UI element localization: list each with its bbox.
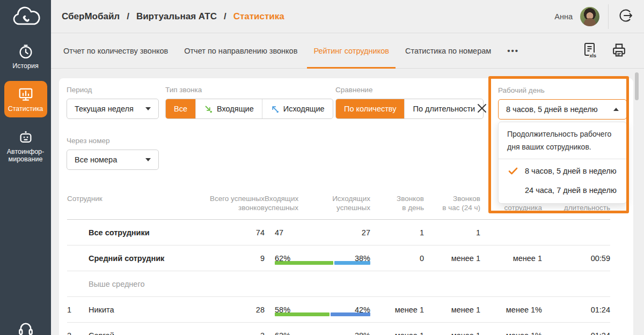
clear-filters-button[interactable]	[474, 101, 490, 117]
breadcrumb-item[interactable]: СберМобайл	[62, 11, 120, 22]
value-cell: 0	[370, 254, 424, 263]
period-label: Период	[67, 86, 159, 94]
column-header: Звонковв час (24 ч)	[424, 194, 480, 219]
support-button[interactable]	[0, 319, 51, 335]
value-cell: 01:24	[542, 306, 610, 314]
outgoing-call-arrow-icon	[270, 105, 279, 113]
segment-option[interactable]: По длительности	[404, 99, 483, 118]
period-filter: Период Текущая неделя	[67, 86, 159, 119]
xls-document-icon: xls	[583, 42, 597, 59]
table-section-row: Выше среднего	[67, 271, 610, 297]
workday-option[interactable]: 8 часов, 5 дней в неделю	[499, 161, 626, 181]
print-button[interactable]	[611, 43, 627, 59]
workday-option-label: 8 часов, 5 дней в неделю	[525, 167, 617, 175]
employees-table: СотрудникВсего успешныхзвонковВходящихус…	[67, 185, 610, 335]
rank-cell: 2	[67, 331, 89, 335]
via-number-filter: Через номер Все номера	[67, 137, 159, 170]
sidebar-item-clock[interactable]: История	[4, 38, 47, 75]
breadcrumb-separator: /	[224, 11, 226, 22]
employee-name-cell: Средний сотрудник	[89, 254, 201, 263]
sidebar: ИсторияСтатистикаАвтоинфор-мирование	[0, 0, 51, 335]
call-type-segmented: ВсеВходящиеИсходящие	[165, 99, 333, 119]
topbar: СберМобайл/Виртуальная АТС/Статистика Ан…	[51, 0, 644, 33]
sidebar-item-robot[interactable]: Автоинфор-мирование	[4, 124, 47, 168]
incoming-call-arrow-icon	[204, 105, 213, 113]
logout-icon	[618, 8, 634, 25]
table-row: Все сотрудники74472711	[67, 220, 610, 245]
sidebar-item-label: Автоинфор-мирование	[7, 148, 44, 163]
value-cell: 1	[424, 228, 480, 237]
calls-ratio-bar	[275, 261, 370, 265]
clock-icon	[18, 43, 34, 59]
table-row: Средний сотрудник962%38%0менее 1менее 10…	[67, 245, 610, 271]
outgoing-share-bar	[331, 312, 370, 316]
segment-option[interactable]: Входящие	[195, 99, 262, 118]
scrollbar-thumb[interactable]	[635, 72, 639, 100]
breadcrumb-item[interactable]: Виртуальная АТС	[136, 11, 217, 22]
chevron-down-icon	[145, 158, 151, 161]
tab-item[interactable]: Отчет по направлению звонков	[178, 33, 304, 68]
value-cell: 74	[201, 228, 265, 237]
robot-icon	[18, 129, 34, 145]
table-body: Все сотрудники74472711Средний сотрудник9…	[67, 220, 610, 335]
check-icon	[508, 167, 518, 175]
tab-item[interactable]: Отчет по количеству звонков	[57, 33, 174, 68]
export-xls-button[interactable]: xls	[582, 43, 598, 59]
user-name: Анна	[554, 12, 573, 21]
svg-text:xls: xls	[589, 53, 596, 58]
segment-option[interactable]: По количеству	[336, 99, 404, 118]
value-cell: 47	[265, 228, 328, 237]
column-header: Сотрудник	[67, 194, 201, 219]
table-row: 1Никита2858%42%менее 1менее 1менее 1%01:…	[67, 297, 610, 323]
incoming-share-bar	[275, 312, 330, 316]
tab-item[interactable]: Статистика по номерам	[399, 33, 497, 68]
sidebar-item-monitor-chart[interactable]: Статистика	[4, 81, 47, 117]
value-cell: менее 1	[424, 306, 480, 314]
tab-actions: xls	[582, 33, 644, 68]
via-number-select[interactable]: Все номера	[67, 150, 159, 170]
segment-label: Входящие	[217, 105, 254, 113]
sidebar-nav: ИсторияСтатистикаАвтоинфор-мирование	[0, 38, 51, 168]
close-icon	[477, 103, 487, 115]
value-cell: менее 1%	[480, 331, 542, 335]
topbar-divider	[608, 4, 609, 29]
workday-value: 8 часов, 5 дней в неделю	[506, 105, 598, 114]
value-cell: менее 1	[370, 331, 424, 335]
column-header: Входящихуспешных	[265, 194, 328, 219]
column-header: Исходящихуспешных	[328, 194, 370, 219]
topbar-right: Анна	[554, 4, 634, 29]
comparison-segmented: По количествуПо длительности	[335, 99, 484, 119]
value-cell: 3	[201, 331, 265, 335]
breadcrumb-separator: /	[127, 11, 129, 22]
incoming-share-bar	[275, 261, 333, 265]
breadcrumb-item[interactable]: Статистика	[233, 11, 284, 22]
calls-ratio-bar	[275, 312, 370, 316]
period-select[interactable]: Текущая неделя	[67, 99, 159, 119]
tab-item[interactable]: Рейтинг сотрудников	[307, 33, 396, 68]
segment-option[interactable]: Все	[166, 99, 195, 118]
workday-options: 8 часов, 5 дней в неделю24 часа, 7 дней …	[499, 159, 626, 203]
comparison-label: Сравнение	[335, 86, 484, 94]
value-cell: 9	[201, 254, 265, 263]
monitor-chart-icon	[18, 86, 34, 102]
value-cell: 01:24	[542, 331, 610, 335]
call-type-label: Тип звонка	[165, 86, 333, 94]
breadcrumb: СберМобайл/Виртуальная АТС/Статистика	[62, 11, 284, 22]
segment-option[interactable]: Исходящие	[262, 99, 333, 118]
sidebar-item-label: Статистика	[8, 105, 43, 113]
value-cell: 28	[201, 306, 265, 314]
tabs-overflow-button[interactable]: •••	[501, 33, 525, 68]
cloud-phone-logo-icon[interactable]	[9, 5, 42, 29]
workday-select[interactable]: 8 часов, 5 дней в неделю	[498, 99, 627, 120]
employee-name-cell: Никита	[89, 306, 201, 314]
sidebar-item-label: История	[12, 62, 38, 70]
workday-option-label: 24 часа, 7 дней в неделю	[525, 186, 617, 195]
avatar[interactable]	[580, 7, 599, 26]
chevron-down-icon	[145, 107, 151, 110]
segment-label: По количеству	[344, 105, 396, 113]
column-header: сотрудника	[480, 203, 542, 219]
workday-option[interactable]: 24 часа, 7 дней в неделю	[499, 181, 626, 200]
logout-button[interactable]	[617, 8, 634, 25]
segment-label: Исходящие	[283, 105, 325, 113]
via-number-label: Через номер	[67, 137, 159, 145]
